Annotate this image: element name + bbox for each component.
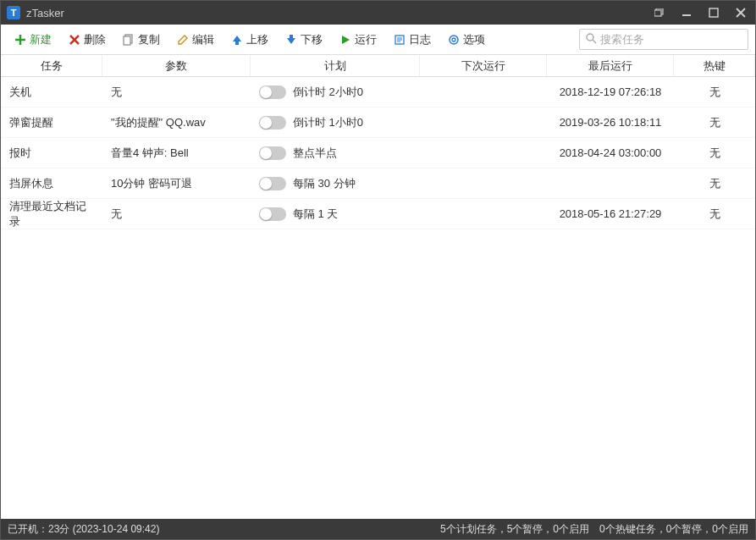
col-header-task[interactable]: 任务 <box>1 55 102 76</box>
movedown-label: 下移 <box>301 32 323 47</box>
task-plan-text: 倒计时 2小时0 <box>293 85 363 100</box>
maximize-icon[interactable] <box>704 4 723 21</box>
arrow-down-icon <box>285 34 297 46</box>
moveup-button[interactable]: 上移 <box>224 29 275 51</box>
col-header-next[interactable]: 下次运行 <box>420 55 547 76</box>
task-param-cell: 无 <box>102 85 251 100</box>
task-row[interactable]: 挡屏休息 10分钟 密码可退 每隔 30 分钟 无 <box>1 168 755 199</box>
play-icon <box>339 34 351 46</box>
svg-line-21 <box>593 40 596 43</box>
task-row[interactable]: 清理最近文档记录 无 每隔 1 天 2018-05-16 21:27:29 无 <box>1 199 755 229</box>
run-label: 运行 <box>355 32 377 47</box>
task-last-cell: 2018-05-16 21:27:29 <box>547 207 674 220</box>
search-box[interactable] <box>579 29 748 50</box>
task-name-cell: 清理最近文档记录 <box>1 199 102 229</box>
arrow-up-icon <box>231 34 243 46</box>
status-summary: 5个计划任务，5个暂停，0个启用 0个热键任务，0个暂停，0个启用 <box>159 522 748 537</box>
task-toggle[interactable] <box>259 116 286 129</box>
task-toggle[interactable] <box>259 207 286 221</box>
task-param-cell: 10分钟 密码可退 <box>102 176 251 191</box>
status-uptime: 已开机：23分 (2023-10-24 09:42) <box>8 522 159 537</box>
col-header-param[interactable]: 参数 <box>102 55 251 76</box>
task-toggle[interactable] <box>259 85 286 99</box>
delete-button[interactable]: 删除 <box>62 29 113 51</box>
svg-rect-13 <box>124 36 130 45</box>
task-plan-cell: 倒计时 2小时0 <box>251 85 420 100</box>
task-hotkey-cell: 无 <box>674 115 755 130</box>
log-icon <box>394 34 406 46</box>
col-header-last[interactable]: 最后运行 <box>547 55 674 76</box>
task-last-cell: 2018-12-19 07:26:18 <box>547 85 674 98</box>
svg-text:T: T <box>11 8 17 18</box>
edit-icon <box>177 34 189 46</box>
task-toggle[interactable] <box>259 146 286 160</box>
task-param-cell: 无 <box>102 207 251 222</box>
table-header: 任务 参数 计划 下次运行 最后运行 热键 <box>1 55 755 77</box>
task-hotkey-cell: 无 <box>674 207 755 222</box>
task-row[interactable]: 弹窗提醒 "我的提醒" QQ.wav 倒计时 1小时0 2019-03-26 1… <box>1 107 755 138</box>
task-name-cell: 弹窗提醒 <box>1 115 102 130</box>
task-plan-cell: 每隔 1 天 <box>251 207 420 222</box>
task-plan-text: 每隔 30 分钟 <box>293 176 356 191</box>
task-plan-cell: 倒计时 1小时0 <box>251 115 420 130</box>
task-last-cell: 2018-04-24 03:00:00 <box>547 146 674 159</box>
svg-point-19 <box>452 38 455 41</box>
run-button[interactable]: 运行 <box>333 29 384 51</box>
svg-point-20 <box>587 34 593 41</box>
search-input[interactable] <box>600 33 742 46</box>
task-last-cell: 2019-03-26 10:18:11 <box>547 116 674 129</box>
options-label: 选项 <box>463 32 485 47</box>
options-button[interactable]: 选项 <box>441 29 492 51</box>
minimize-icon[interactable] <box>677 4 696 21</box>
restore-icon[interactable] <box>650 4 669 21</box>
task-plan-text: 每隔 1 天 <box>293 207 338 222</box>
new-button[interactable]: 新建 <box>8 29 58 51</box>
task-plan-cell: 整点半点 <box>251 146 420 161</box>
edit-label: 编辑 <box>192 32 214 47</box>
log-label: 日志 <box>409 32 431 47</box>
col-header-plan[interactable]: 计划 <box>251 55 420 76</box>
task-param-cell: 音量4 钟声: Bell <box>102 146 251 161</box>
task-param-cell: "我的提醒" QQ.wav <box>102 115 251 130</box>
task-toggle[interactable] <box>259 177 286 190</box>
statusbar: 已开机：23分 (2023-10-24 09:42) 5个计划任务，5个暂停，0… <box>1 519 755 539</box>
task-name-cell: 关机 <box>1 85 102 100</box>
edit-button[interactable]: 编辑 <box>170 29 221 51</box>
gear-icon <box>448 34 460 46</box>
movedown-button[interactable]: 下移 <box>279 29 329 51</box>
log-button[interactable]: 日志 <box>387 29 438 51</box>
svg-rect-5 <box>709 8 718 17</box>
titlebar: T zTasker <box>1 1 755 25</box>
toolbar: 新建 删除 复制 编辑 上移 下移 运行 日志 选项 <box>1 25 755 55</box>
delete-icon <box>69 34 80 46</box>
task-row[interactable]: 关机 无 倒计时 2小时0 2018-12-19 07:26:18 无 <box>1 77 755 107</box>
task-hotkey-cell: 无 <box>674 85 755 100</box>
copy-button[interactable]: 复制 <box>116 29 167 51</box>
task-plan-text: 倒计时 1小时0 <box>293 115 363 130</box>
app-title: zTasker <box>26 7 650 19</box>
svg-rect-3 <box>654 10 661 16</box>
app-icon: T <box>6 5 21 20</box>
delete-label: 删除 <box>84 32 106 47</box>
new-label: 新建 <box>30 32 52 47</box>
task-plan-text: 整点半点 <box>293 146 337 161</box>
col-header-hotkey[interactable]: 热键 <box>674 55 755 76</box>
svg-point-18 <box>450 36 458 44</box>
task-plan-cell: 每隔 30 分钟 <box>251 176 420 191</box>
task-hotkey-cell: 无 <box>674 176 755 191</box>
plus-icon <box>14 34 26 46</box>
copy-icon <box>123 34 135 46</box>
copy-label: 复制 <box>138 32 160 47</box>
task-name-cell: 报时 <box>1 146 102 161</box>
task-row[interactable]: 报时 音量4 钟声: Bell 整点半点 2018-04-24 03:00:00… <box>1 138 755 168</box>
close-icon[interactable] <box>731 4 750 21</box>
task-hotkey-cell: 无 <box>674 146 755 161</box>
window-controls <box>650 4 750 21</box>
search-icon <box>585 32 597 47</box>
moveup-label: 上移 <box>246 32 268 47</box>
task-list: 关机 无 倒计时 2小时0 2018-12-19 07:26:18 无 弹窗提醒… <box>1 77 755 519</box>
task-name-cell: 挡屏休息 <box>1 176 102 191</box>
